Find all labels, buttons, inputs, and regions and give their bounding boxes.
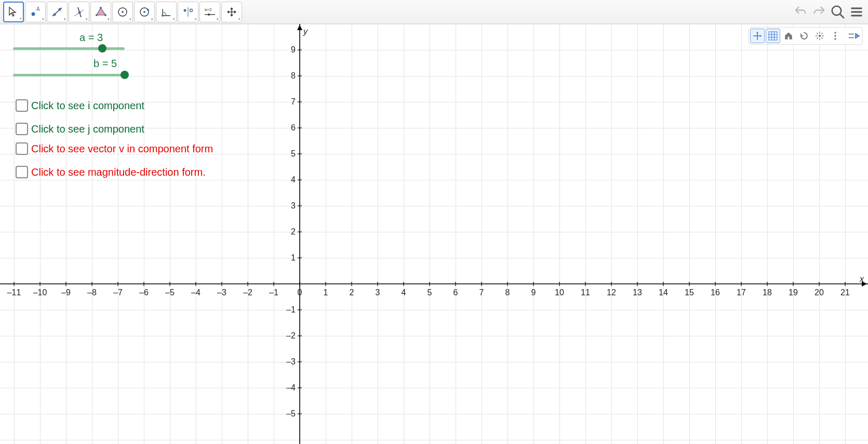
x-tick-label: 13 (633, 288, 642, 297)
x-tick-label: 2 (350, 288, 354, 297)
svg-marker-44 (856, 33, 860, 38)
x-tick-label: 20 (814, 288, 824, 297)
x-tick-label: 8 (505, 288, 510, 297)
x-tick-label: 9 (531, 288, 536, 297)
svg-point-0 (32, 12, 35, 16)
home-button[interactable] (781, 29, 796, 43)
svg-point-39 (834, 32, 836, 34)
y-tick-label: 2 (291, 227, 296, 237)
y-tick-label: 5 (291, 149, 296, 159)
svg-line-27 (840, 14, 844, 18)
svg-point-10 (104, 14, 106, 16)
checkbox-i-component-box[interactable] (16, 99, 28, 112)
tool-buttons-left: ▾ A ▾ ▾ ▾ ▾ ▾ ▾ ▾ (3, 2, 242, 22)
ellipse-tool[interactable]: ▾ (134, 2, 155, 22)
slider-a-thumb[interactable] (98, 44, 106, 53)
x-tick-label: –1 (269, 288, 278, 297)
grid-toggle-button[interactable] (766, 29, 780, 43)
x-tick-label: –4 (191, 288, 201, 297)
reflect-tool[interactable]: ▾ (178, 2, 198, 22)
undo-button[interactable] (792, 4, 809, 20)
svg-point-40 (834, 35, 836, 37)
svg-point-38 (819, 35, 821, 37)
graphics-view[interactable]: –11–10–9–8–7–6–5–4–3–2–10123456789101112… (0, 24, 868, 444)
properties-button[interactable] (847, 29, 861, 43)
point-capture-button[interactable] (797, 29, 811, 43)
x-tick-label: 3 (376, 288, 380, 297)
checkbox-magnitude-direction-box[interactable] (16, 166, 28, 178)
y-axis-label: y (303, 27, 308, 36)
slider-b-label: b = 5 (94, 58, 117, 70)
x-tick-label: –7 (113, 288, 123, 297)
menu-button[interactable] (848, 4, 865, 20)
y-tick-label: 3 (291, 201, 296, 211)
coordinate-grid (0, 24, 868, 444)
y-tick-label: 4 (291, 175, 296, 185)
x-tick-label: 21 (840, 288, 850, 297)
svg-point-13 (122, 11, 124, 13)
svg-point-11 (96, 14, 98, 16)
x-tick-label: –8 (87, 288, 97, 297)
svg-point-7 (78, 11, 81, 14)
x-tick-label: 12 (607, 288, 616, 297)
y-tick-label: 7 (291, 97, 296, 107)
x-tick-label: 0 (298, 288, 302, 297)
search-button[interactable] (830, 4, 846, 20)
y-tick-label: –3 (286, 357, 296, 367)
circle-tool[interactable]: ▾ (112, 2, 133, 22)
x-tick-label: 6 (453, 288, 458, 297)
settings-button[interactable] (812, 29, 827, 43)
x-tick-label: –6 (139, 288, 149, 297)
x-axis-label: x (860, 275, 864, 284)
y-tick-label: 8 (291, 71, 296, 81)
tool-buttons-right (792, 4, 865, 20)
more-button[interactable] (828, 29, 843, 43)
svg-text:A: A (36, 6, 40, 12)
svg-point-19 (184, 9, 186, 11)
svg-point-17 (162, 15, 164, 17)
checkbox-magnitude-direction: Click to see magnitude-direction form. (16, 166, 206, 178)
svg-point-16 (147, 9, 149, 11)
svg-rect-33 (769, 32, 777, 40)
svg-marker-8 (97, 8, 105, 15)
x-tick-label: 16 (711, 288, 720, 297)
slider-b-track[interactable] (13, 74, 125, 76)
checkbox-i-component-label: Click to see i component (31, 100, 144, 112)
slider-a-track[interactable] (13, 47, 125, 50)
x-tick-label: 1 (324, 288, 328, 297)
redo-button[interactable] (811, 4, 827, 20)
line-tool[interactable]: ▾ (47, 2, 68, 22)
x-tick-label: 11 (581, 288, 590, 297)
x-tick-label: 4 (402, 288, 406, 297)
move-tool[interactable]: ▾ (3, 2, 24, 22)
move-view-tool[interactable]: ▾ (221, 2, 242, 22)
slider-tool[interactable]: a=2 ▾ (199, 2, 220, 22)
x-tick-label: 19 (789, 288, 798, 297)
checkbox-component-form-box[interactable] (16, 142, 28, 155)
checkbox-j-component-box[interactable] (16, 123, 28, 135)
svg-point-20 (190, 9, 193, 11)
svg-point-4 (59, 8, 61, 10)
slider-b-thumb[interactable] (121, 71, 129, 79)
x-tick-label: 18 (763, 288, 772, 297)
point-tool[interactable]: A ▾ (25, 2, 46, 22)
checkbox-magnitude-direction-label: Click to see magnitude-direction form. (31, 166, 206, 178)
x-tick-label: 5 (428, 288, 432, 297)
svg-point-15 (143, 11, 145, 13)
svg-point-3 (54, 13, 56, 16)
checkbox-j-component-label: Click to see j component (31, 123, 144, 135)
svg-text:a=2: a=2 (205, 7, 212, 12)
perpendicular-tool[interactable]: ▾ (69, 2, 89, 22)
checkbox-j-component: Click to see j component (16, 123, 144, 135)
axes-toggle-button[interactable] (750, 29, 765, 43)
y-tick-label: –5 (286, 409, 296, 419)
x-tick-label: –10 (33, 288, 47, 297)
polygon-tool[interactable]: ▾ (90, 2, 111, 22)
y-tick-label: 9 (291, 45, 296, 55)
graphics-stylebar (749, 27, 863, 45)
x-tick-label: 15 (685, 288, 694, 297)
checkbox-component-form-label: Click to see vector v in component form (31, 143, 213, 155)
angle-tool[interactable]: ▾ (156, 2, 177, 22)
y-tick-label: –4 (286, 383, 296, 393)
svg-point-23 (208, 14, 210, 16)
